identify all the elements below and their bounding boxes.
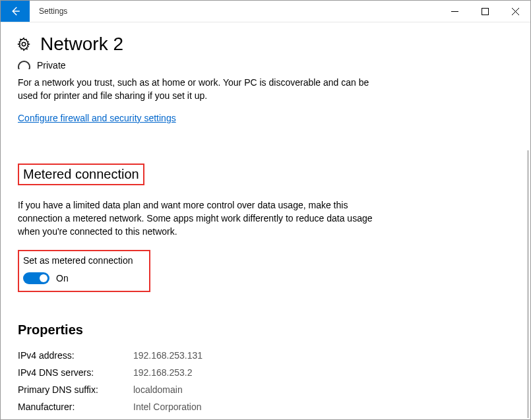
window-controls [439, 1, 530, 22]
profile-private-row[interactable]: Private [18, 59, 513, 69]
radio-icon [18, 61, 30, 70]
settings-window: Settings Network 2 P [0, 0, 531, 420]
titlebar: Settings [1, 1, 530, 22]
minimize-icon [451, 8, 458, 15]
metered-toggle-group: Set as metered connection On [18, 250, 150, 292]
content-area: Network 2 Private For a network you trus… [1, 22, 530, 419]
window-title: Settings [30, 1, 439, 22]
property-row: Primary DNS suffix: localdomain [18, 381, 513, 398]
profile-private-label: Private [37, 60, 66, 69]
metered-description: If you have a limited data plan and want… [18, 198, 374, 238]
arrow-left-icon [9, 5, 21, 17]
property-value: 192.168.253.131 [133, 347, 203, 364]
property-key: Manufacturer: [18, 398, 133, 415]
metered-heading-wrap: Metered connection [18, 164, 513, 185]
back-button[interactable] [1, 1, 30, 22]
property-row: IPv4 DNS servers: 192.168.253.2 [18, 364, 513, 381]
firewall-link[interactable]: Configure firewall and security settings [18, 113, 176, 123]
property-value: 192.168.253.2 [133, 364, 193, 381]
property-row: IPv4 address: 192.168.253.131 [18, 347, 513, 364]
metered-heading: Metered connection [18, 164, 144, 185]
metered-toggle-label: Set as metered connection [23, 255, 133, 266]
page-title: Network 2 [40, 34, 123, 55]
close-button[interactable] [500, 1, 530, 22]
svg-rect-0 [482, 8, 488, 15]
property-row: Manufacturer: Intel Corporation [18, 398, 513, 415]
gear-icon [16, 37, 31, 51]
page-header: Network 2 [16, 34, 513, 55]
properties-heading: Properties [18, 322, 513, 338]
maximize-icon [482, 8, 489, 15]
property-key: IPv4 address: [18, 347, 133, 364]
metered-toggle[interactable] [23, 272, 49, 284]
minimize-button[interactable] [439, 1, 470, 22]
property-value: localdomain [133, 381, 183, 398]
profile-private-description: For a network you trust, such as at home… [18, 76, 374, 102]
maximize-button[interactable] [470, 1, 500, 22]
metered-toggle-state: On [56, 273, 69, 284]
property-value: Intel Corporation [133, 398, 202, 415]
close-icon [512, 8, 519, 15]
scrollbar[interactable] [527, 150, 529, 418]
property-key: Primary DNS suffix: [18, 381, 133, 398]
properties-grid: IPv4 address: 192.168.253.131 IPv4 DNS s… [18, 347, 513, 415]
svg-point-1 [22, 42, 26, 46]
property-key: IPv4 DNS servers: [18, 364, 133, 381]
